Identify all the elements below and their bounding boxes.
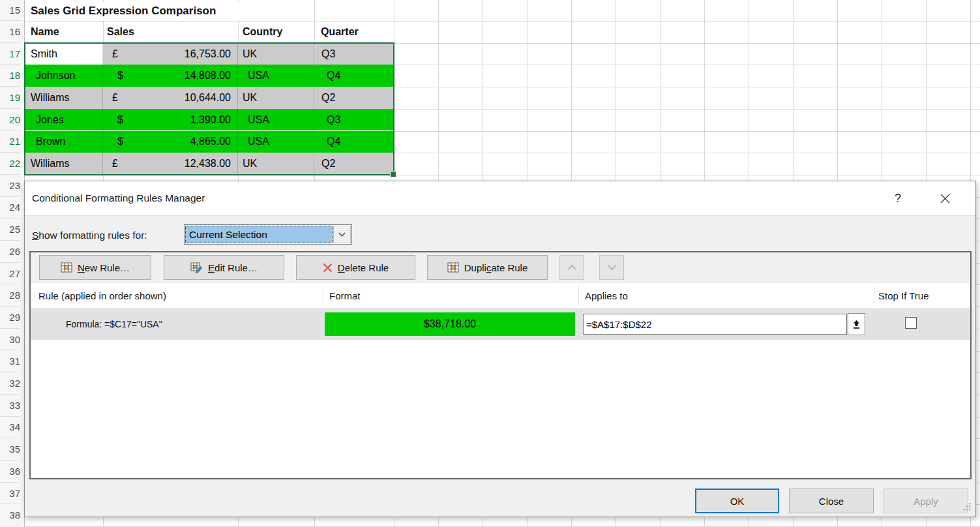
cell-country[interactable]: UK (238, 87, 314, 109)
cell-quarter[interactable]: Q3 (314, 43, 394, 65)
cell-quarter[interactable]: Q3 (314, 109, 394, 131)
duplicate-rule-button[interactable]: Duplicate Rule (427, 255, 548, 280)
show-rules-dropdown[interactable]: Current Selection (184, 224, 352, 245)
gridline (25, 21, 980, 22)
edit-rule-button[interactable]: Edit Rule… (164, 255, 284, 280)
cell-name[interactable]: Williams (25, 153, 103, 175)
table-row[interactable]: Jones $ 1,390.00 USA Q3 (25, 109, 394, 131)
row-header-32[interactable]: 32 (0, 372, 20, 395)
row-header-26[interactable]: 26 (0, 241, 20, 263)
cell-country[interactable]: USA (238, 131, 314, 153)
apply-button[interactable]: Apply (883, 489, 968, 513)
header-rule: Rule (applied in order shown) (38, 283, 166, 309)
currency-symbol: $ (117, 136, 123, 147)
chevron-down-icon (608, 265, 616, 270)
row-header-36[interactable]: 36 (0, 460, 20, 483)
move-rule-up-button[interactable] (559, 255, 584, 280)
delete-rule-button[interactable]: Delete Rule (296, 255, 415, 280)
collapse-dialog-icon[interactable] (848, 313, 865, 335)
move-rule-down-button[interactable] (599, 255, 624, 280)
cell-sales[interactable]: $ 1,390.00 (103, 109, 238, 131)
close-button[interactable]: Close (789, 489, 874, 513)
row-header-38[interactable]: 38 (0, 504, 20, 526)
row-header-21[interactable]: 21 (0, 131, 20, 153)
currency-symbol: £ (112, 48, 118, 60)
cell-name[interactable]: Jones (25, 109, 103, 131)
row-header-37[interactable]: 37 (0, 483, 20, 505)
cell-name[interactable]: Williams (25, 87, 103, 109)
resize-grip[interactable] (963, 502, 972, 513)
header-format: Format (329, 283, 361, 309)
currency-symbol: $ (117, 114, 123, 126)
conditional-formatting-rules-manager-dialog: Conditional Formatting Rules Manager ? S… (24, 181, 976, 517)
rule-row[interactable]: Formula: =$C17="USA" $38,718.00 (31, 309, 970, 340)
sheet-title-cell[interactable]: Sales Grid Expression Comparison (31, 2, 304, 20)
row-header-27[interactable]: 27 (0, 263, 20, 285)
column-header-sales[interactable]: Sales (107, 22, 134, 42)
dialog-title: Conditional Formatting Rules Manager (32, 192, 205, 204)
row-header-24[interactable]: 24 (0, 197, 20, 219)
edit-pencil-icon (190, 262, 203, 273)
stop-if-true-checkbox[interactable] (905, 317, 917, 329)
help-icon[interactable]: ? (888, 181, 908, 215)
cell-country[interactable]: UK (238, 153, 314, 175)
row-header-34[interactable]: 34 (0, 417, 20, 439)
row-header-23[interactable]: 23 (0, 175, 20, 197)
rule-format-preview: $38,718.00 (325, 312, 575, 336)
cell-quarter[interactable]: Q4 (314, 65, 394, 87)
column-header-quarter[interactable]: Quarter (321, 22, 359, 42)
table-grid-icon (61, 262, 72, 273)
row-header-22[interactable]: 22 (0, 153, 20, 175)
show-rules-label: Show formatting rules for: (32, 226, 147, 245)
cell-country[interactable]: USA (238, 109, 314, 131)
table-row[interactable]: Brown $ 4,865.00 USA Q4 (25, 131, 394, 153)
cell-quarter[interactable]: Q2 (314, 153, 394, 175)
row-header-19[interactable]: 19 (0, 87, 20, 109)
cell-sales[interactable]: $ 4,865.00 (103, 131, 238, 153)
show-rules-selected-value[interactable]: Current Selection (185, 226, 333, 243)
row-header-29[interactable]: 29 (0, 307, 20, 329)
row-header-31[interactable]: 31 (0, 351, 20, 373)
header-applies-to: Applies to (585, 283, 628, 309)
cell-sales[interactable]: £ 10,644.00 (103, 87, 238, 109)
currency-symbol: £ (112, 92, 118, 104)
currency-symbol: $ (117, 70, 123, 82)
ok-button[interactable]: OK (695, 489, 779, 513)
applies-to-input[interactable] (583, 314, 847, 335)
row-header-20[interactable]: 20 (0, 109, 20, 131)
row-header-35[interactable]: 35 (0, 438, 20, 460)
currency-symbol: £ (112, 158, 118, 170)
cell-name[interactable]: Johnson (25, 65, 103, 87)
sales-amount: 4,865.00 (190, 136, 231, 147)
close-icon[interactable] (934, 181, 956, 215)
row-header-30[interactable]: 30 (0, 329, 20, 351)
row-header-18[interactable]: 18 (0, 65, 20, 87)
column-header-country[interactable]: Country (243, 22, 282, 42)
dialog-titlebar[interactable]: Conditional Formatting Rules Manager (25, 181, 975, 216)
cell-country[interactable]: USA (238, 65, 314, 87)
column-header-name[interactable]: Name (31, 22, 59, 42)
row-header-15[interactable]: 15 (0, 0, 20, 21)
cell-country[interactable]: UK (238, 43, 314, 65)
cell-sales[interactable]: $ 14,808.00 (103, 65, 238, 87)
table-row[interactable]: Williams £ 10,644.00 UK Q2 (25, 87, 394, 109)
sales-amount: 12,438.00 (185, 158, 231, 170)
row-header-28[interactable]: 28 (0, 284, 20, 307)
cell-name[interactable]: Brown (25, 131, 103, 153)
cell-quarter[interactable]: Q4 (314, 131, 394, 153)
cell-quarter[interactable]: Q2 (314, 87, 394, 109)
cell-name[interactable]: Smith (25, 43, 103, 65)
row-header-16[interactable]: 16 (0, 21, 20, 43)
sales-amount: 14,808.00 (185, 70, 231, 82)
cell-sales[interactable]: £ 16,753.00 (103, 43, 238, 65)
row-header-17[interactable]: 17 (0, 43, 20, 65)
table-row[interactable]: Johnson $ 14,808.00 USA Q4 (25, 65, 394, 87)
chevron-down-icon[interactable] (333, 226, 351, 243)
table-row[interactable]: Smith £ 16,753.00 UK Q3 (25, 43, 394, 65)
cell-sales[interactable]: £ 12,438.00 (103, 153, 238, 175)
row-header-25[interactable]: 25 (0, 218, 20, 241)
table-grid-icon (447, 262, 459, 273)
table-row[interactable]: Williams £ 12,438.00 UK Q2 (25, 153, 394, 175)
row-header-33[interactable]: 33 (0, 395, 20, 417)
new-rule-button[interactable]: New Rule… (39, 255, 151, 280)
